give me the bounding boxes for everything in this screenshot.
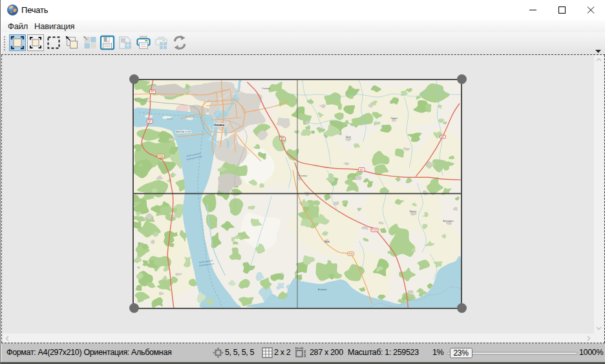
svg-text:Казань: Казань <box>214 123 225 127</box>
svg-text:Верхний Услон: Верхний Услон <box>176 131 191 133</box>
svg-text:Шали: Шали <box>346 136 351 138</box>
svg-text:М7: М7 <box>148 120 151 123</box>
svg-text:Алексеевск.: Алексеевск. <box>443 220 454 222</box>
svg-text:23%: 23% <box>454 348 469 358</box>
svg-text:М7: М7 <box>441 136 445 138</box>
svg-text:Тюлячи: Тюлячи <box>390 117 398 120</box>
svg-text:М7: М7 <box>151 91 154 93</box>
svg-text:Шали: Шали <box>324 241 330 243</box>
svg-text:Именьк.: Именьк. <box>410 210 418 213</box>
svg-text:Р239: Р239 <box>158 155 164 158</box>
svg-text:Осиново: Осиново <box>262 87 270 90</box>
svg-text:Р239: Р239 <box>372 229 377 231</box>
svg-text:Атабаево: Атабаево <box>318 288 327 291</box>
svg-text:Пестрецы: Пестрецы <box>298 175 307 177</box>
svg-text:Р23: Р23 <box>348 253 352 255</box>
svg-text:М7: М7 <box>281 138 284 140</box>
svg-text:М7: М7 <box>360 169 363 171</box>
